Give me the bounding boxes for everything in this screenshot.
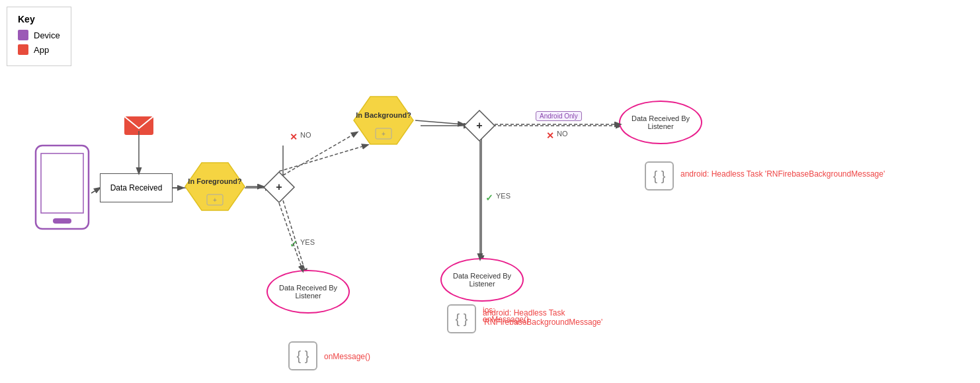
code-block-2: { } — [447, 304, 476, 333]
phone-icon — [33, 144, 91, 230]
legend-item-device: Device — [18, 30, 60, 40]
diamond-1: + — [263, 171, 296, 204]
yes-foreground-group: ✓ YES — [290, 238, 298, 250]
legend-device-label: Device — [34, 30, 60, 40]
no-foreground-cross: ✕ — [290, 132, 298, 142]
in-background-hex: In Background? + — [350, 94, 417, 147]
svg-text:+: + — [276, 181, 282, 192]
svg-text:+: + — [476, 120, 482, 131]
listener-right-ellipse: Data Received ByListener — [440, 258, 524, 302]
app-color-box — [18, 44, 28, 55]
no-background-label: NO — [557, 130, 568, 138]
svg-rect-11 — [53, 218, 71, 224]
yes-foreground-label: YES — [300, 238, 315, 246]
device-color-box — [18, 30, 28, 40]
listener-bottom-label: Data Received ByListener — [279, 284, 337, 300]
svg-text:In Background?: In Background? — [356, 111, 411, 119]
code-block-1-icon: { } — [297, 349, 309, 364]
code-block-3-icon: { } — [653, 169, 666, 184]
code-block-2-icon: { } — [456, 312, 468, 327]
listener-bottom-ellipse: Data Received ByListener — [266, 270, 350, 314]
data-received-node: Data Received — [100, 173, 173, 202]
svg-line-32 — [279, 203, 303, 271]
yes-background-check: ✓ — [485, 192, 493, 203]
svg-line-28 — [279, 145, 368, 171]
diamond-2: + — [463, 109, 496, 142]
yes-background-group: ✓ YES — [485, 192, 493, 204]
yes-background-label: YES — [496, 192, 510, 200]
in-foreground-hex: In Foreground? + — [182, 160, 248, 213]
legend-app-label: App — [34, 45, 49, 55]
data-received-label: Data Received — [110, 183, 163, 192]
listener-right-label: Data Received ByListener — [453, 272, 511, 288]
android-headless-1-label: android: Headless Task 'RNFirebaseBackgr… — [483, 308, 602, 327]
svg-line-29 — [415, 120, 464, 124]
diagram: Key Device App Data Received In Foregrou… — [0, 0, 980, 383]
svg-line-8 — [283, 200, 306, 275]
legend: Key Device App — [7, 7, 71, 66]
svg-rect-9 — [36, 146, 89, 229]
svg-text:In Foreground?: In Foreground? — [188, 177, 242, 185]
no-foreground-label: NO — [300, 131, 311, 139]
android-only-badge: Android Only — [536, 111, 582, 121]
no-background-cross: ✕ — [546, 130, 554, 141]
svg-line-0 — [91, 188, 100, 193]
listener-top-right-label: Data Received ByListener — [632, 114, 690, 130]
envelope-icon — [123, 111, 155, 136]
svg-rect-10 — [41, 153, 83, 213]
listener-top-right-ellipse: Data Received ByListener — [619, 101, 702, 144]
on-message-label: onMessage() — [324, 352, 370, 361]
no-background-group: ✕ NO — [546, 130, 554, 142]
svg-text:+: + — [382, 130, 386, 138]
android-headless-2-label: android: Headless Task 'RNFirebaseBackgr… — [680, 169, 885, 179]
no-foreground-group: ✕ NO — [290, 131, 298, 143]
legend-item-app: App — [18, 44, 60, 55]
svg-text:+: + — [213, 196, 217, 204]
yes-foreground-check: ✓ — [290, 239, 298, 249]
legend-title: Key — [18, 14, 60, 24]
code-block-1: { } — [288, 341, 317, 370]
code-block-3: { } — [645, 161, 674, 191]
